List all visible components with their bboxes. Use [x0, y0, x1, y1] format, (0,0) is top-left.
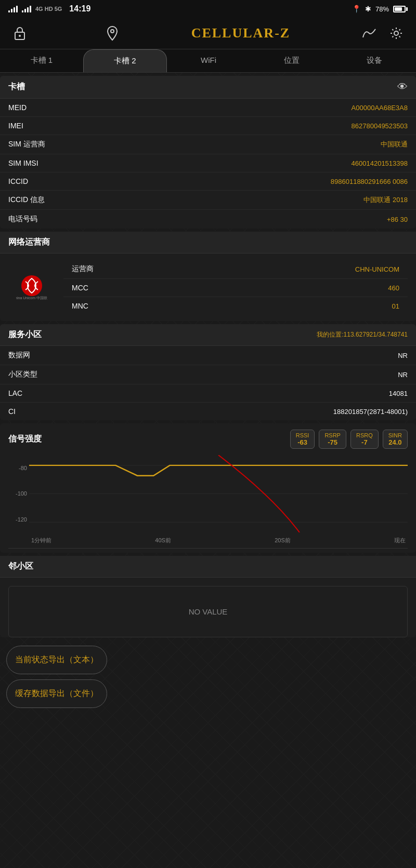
cell-type-row: 小区类型 NR	[0, 365, 416, 384]
rsrq-badge: RSRQ -7	[350, 430, 379, 449]
sim-imsi-label: SIM IMSI	[8, 159, 38, 167]
bottom-spacer	[0, 713, 416, 729]
x-label-1min: 1分钟前	[31, 537, 51, 544]
y-label-120: -120	[16, 516, 27, 523]
sim-operator-value: 中国联通	[381, 140, 408, 149]
cell-type-value: NR	[398, 371, 408, 379]
iccid-row: ICCID 8986011880291666 0086	[0, 172, 416, 191]
mcc-value: 460	[388, 284, 399, 292]
y-axis: -80 -100 -120	[8, 455, 29, 532]
signal-badges: RSSI -63 RSRP -75 RSRQ -7 SINR 24.0	[290, 430, 408, 449]
header-right	[360, 24, 406, 43]
tab-slot1[interactable]: 卡槽 1	[0, 49, 83, 72]
lac-row: LAC 14081	[0, 384, 416, 403]
signal-header: 信号强度 RSSI -63 RSRP -75 RSRQ -7 SINR 24.0	[0, 423, 416, 455]
lac-value: 14081	[389, 390, 408, 397]
tab-location[interactable]: 位置	[250, 49, 333, 72]
sim-section: 卡槽 👁 MEID A00000AA68E3A8 IMEI 8627800495…	[0, 76, 416, 229]
rsrp-badge: RSRP -75	[319, 430, 346, 449]
battery-icon	[393, 6, 408, 12]
signal-title: 信号强度	[8, 434, 42, 445]
sim-imsi-row: SIM IMSI 460014201513398	[0, 154, 416, 172]
export-text-button[interactable]: 当前状态导出（文本）	[6, 646, 107, 674]
iccid-label: ICCID	[8, 177, 28, 185]
app-title: Cellular-Z	[191, 25, 290, 41]
data-network-row: 数据网 NR	[0, 346, 416, 365]
x-label-40s: 40S前	[155, 537, 171, 544]
y-label-80: -80	[19, 465, 27, 471]
signal-section: 信号强度 RSSI -63 RSRP -75 RSRQ -7 SINR 24.0	[0, 423, 416, 553]
signal-icon-2	[22, 5, 31, 12]
imei-label: IMEI	[8, 122, 23, 130]
chart-svg	[29, 455, 408, 532]
status-time: 14:19	[69, 4, 90, 14]
y-label-100: -100	[16, 490, 27, 497]
sinr-value: 24.0	[388, 438, 402, 446]
network-section: 网络运营商 China Unicom 中国联通 运营商 CHN-UNICO	[0, 232, 416, 321]
battery-percent: 78%	[375, 5, 389, 13]
sim-operator-label: SIM 运营商	[8, 140, 45, 149]
imei-row: IMEI 862780049523503	[0, 117, 416, 135]
sinr-badge: SINR 24.0	[383, 430, 408, 449]
iccid-info-row: ICCID 信息 中国联通 2018	[0, 191, 416, 210]
export-file-button[interactable]: 缓存数据导出（文件）	[6, 679, 107, 708]
lac-label: LAC	[8, 389, 22, 397]
network-section-header: 网络运营商	[0, 232, 416, 253]
mnc-label: MNC	[72, 302, 88, 310]
sim-section-header: 卡槽 👁	[0, 76, 416, 99]
imei-value: 862780049523503	[352, 122, 408, 130]
tab-device[interactable]: 设备	[333, 49, 416, 72]
neighbor-header: 邻小区	[0, 556, 416, 578]
signal-chart: -80 -100 -120	[8, 455, 408, 549]
chart-svg-container	[29, 455, 408, 532]
network-section-title: 网络运营商	[8, 237, 50, 246]
svg-text:China Unicom 中国联通: China Unicom 中国联通	[16, 296, 47, 300]
signal-wave-icon[interactable]	[360, 24, 379, 43]
network-type: 4G HD 5G	[35, 6, 62, 12]
neighbor-section: 邻小区 NO VALUE	[0, 556, 416, 637]
sim-operator-row: SIM 运营商 中国联通	[0, 135, 416, 154]
settings-icon[interactable]	[387, 24, 406, 43]
eye-icon[interactable]: 👁	[397, 81, 408, 93]
sim-imsi-value: 460014201513398	[352, 159, 408, 167]
carrier-row: 运营商 CHN-UNICOM	[63, 260, 408, 279]
ci-row: CI 188201857(2871-48001)	[0, 403, 416, 420]
lock-icon[interactable]	[10, 24, 29, 43]
status-right: 📍 ✱ 78%	[352, 5, 408, 13]
carrier-value: CHN-UNICOM	[355, 265, 399, 273]
meid-value: A00000AA68E3A8	[352, 104, 408, 112]
service-cell-title: 服务小区	[8, 329, 42, 340]
no-value-box: NO VALUE	[8, 586, 408, 637]
x-axis: 1分钟前 40S前 20S前 现在	[29, 532, 408, 548]
iccid-info-value: 中国联通 2018	[363, 195, 408, 205]
rsrp-label: RSRP	[324, 432, 341, 438]
status-bar: 4G HD 5G 14:19 📍 ✱ 78%	[0, 0, 416, 18]
rsrq-label: RSRQ	[356, 432, 373, 438]
signal-icon	[8, 5, 18, 12]
svg-point-2	[111, 30, 114, 33]
service-cell-header: 服务小区 我的位置:113.627921/34.748741	[0, 324, 416, 346]
tab-wifi[interactable]: WiFi	[167, 49, 250, 72]
tab-bar: 卡槽 1 卡槽 2 WiFi 位置 设备	[0, 49, 416, 73]
location-coords: 我的位置:113.627921/34.748741	[317, 330, 408, 339]
app-header: Cellular-Z	[0, 18, 416, 49]
network-content: China Unicom 中国联通 运营商 CHN-UNICOM MCC 460…	[0, 253, 416, 321]
unicom-logo-svg: China Unicom 中国联通	[16, 274, 47, 300]
rsrp-value: -75	[324, 438, 341, 446]
bluetooth-icon: ✱	[365, 5, 371, 13]
meid-row: MEID A00000AA68E3A8	[0, 99, 416, 117]
cell-type-label: 小区类型	[8, 370, 37, 379]
svg-point-1	[19, 35, 21, 37]
location-map-icon[interactable]	[103, 24, 122, 43]
neighbor-title: 邻小区	[8, 561, 33, 572]
mcc-row: MCC 460	[63, 279, 408, 297]
x-label-now: 现在	[394, 537, 406, 544]
mnc-value: 01	[392, 302, 399, 310]
data-network-value: NR	[398, 352, 408, 359]
sim-section-title: 卡槽	[8, 82, 25, 92]
tab-slot2[interactable]: 卡槽 2	[83, 49, 167, 72]
phone-value: +86 30	[387, 216, 408, 223]
ci-label: CI	[8, 407, 16, 416]
mcc-label: MCC	[72, 284, 88, 292]
x-label-20s: 20S前	[275, 537, 291, 544]
